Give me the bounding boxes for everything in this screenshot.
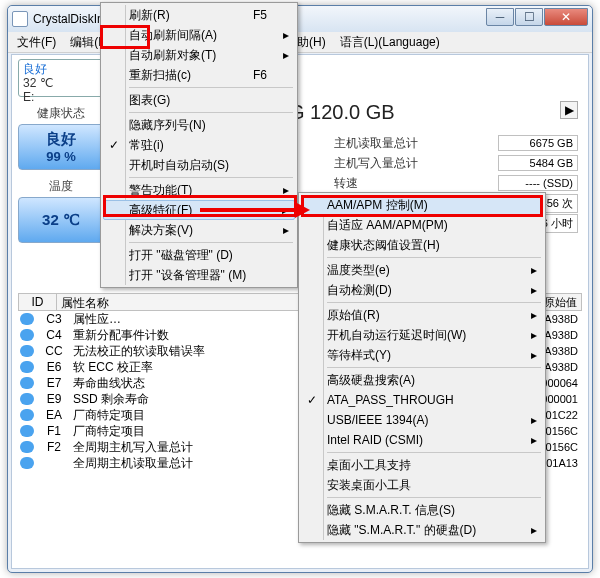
mi-devmgr[interactable]: 打开 "设备管理器" (M) <box>103 265 295 285</box>
menubar: 文件(F) 编辑(E) 功能(u) 主题(T) 硬盘(D) 帮助(H) 语言(L… <box>8 32 592 53</box>
mi-graph[interactable]: 图表(G) <box>103 90 295 110</box>
smi-raw[interactable]: 原始值(R)▸ <box>301 305 543 325</box>
smi-installgadget[interactable]: 安装桌面小工具 <box>301 475 543 495</box>
chevron-right-icon: ▸ <box>283 28 289 42</box>
chevron-right-icon: ▸ <box>283 183 289 197</box>
health-label: 健康状态 <box>18 105 104 122</box>
status-dot-icon <box>20 441 34 453</box>
disk-tab[interactable]: 良好 32 ℃ E: <box>18 59 104 97</box>
chevron-right-icon: ▸ <box>531 328 537 342</box>
smi-aam[interactable]: AAM/APM 控制(M) <box>301 195 543 215</box>
chevron-right-icon: ▸ <box>531 413 537 427</box>
mi-auto-target[interactable]: 自动刷新对象(T)▸ <box>103 45 295 65</box>
chevron-right-icon: ▸ <box>282 203 288 217</box>
status-dot-icon <box>20 377 34 389</box>
function-menu: 刷新(R)F5 自动刷新间隔(A)▸ 自动刷新对象(T)▸ 重新扫描(c)F6 … <box>100 2 298 288</box>
status-dot-icon <box>20 457 34 469</box>
chevron-right-icon: ▸ <box>531 523 537 537</box>
smi-delaystart[interactable]: 开机自动运行延迟时间(W)▸ <box>301 325 543 345</box>
status-dot-icon <box>20 345 34 357</box>
disk-tab-drive: E: <box>23 90 99 104</box>
status-dot-icon <box>20 425 34 437</box>
smi-advsearch[interactable]: 高级硬盘搜索(A) <box>301 370 543 390</box>
stat-rpm: ---- (SSD) <box>498 175 578 191</box>
smi-hidedisk[interactable]: 隐藏 "S.M.A.R.T." 的硬盘(D)▸ <box>301 520 543 540</box>
status-dot-icon <box>20 409 34 421</box>
chevron-right-icon: ▸ <box>531 348 537 362</box>
chevron-right-icon: ▸ <box>531 308 537 322</box>
check-icon: ✓ <box>109 138 119 152</box>
chevron-right-icon: ▸ <box>283 48 289 62</box>
mi-startup[interactable]: 开机时自动启动(S) <box>103 155 295 175</box>
status-dot-icon <box>20 393 34 405</box>
chevron-right-icon: ▸ <box>283 223 289 237</box>
status-dot-icon <box>20 313 34 325</box>
smi-hidesmart[interactable]: 隐藏 S.M.A.R.T. 信息(S) <box>301 500 543 520</box>
chevron-right-icon: ▸ <box>531 263 537 277</box>
col-id[interactable]: ID <box>19 294 57 310</box>
close-button[interactable]: ✕ <box>544 8 588 26</box>
menu-language[interactable]: 语言(L)(Language) <box>333 32 447 53</box>
advanced-submenu: AAM/APM 控制(M) 自适应 AAM/APM(PM) 健康状态阈值设置(H… <box>298 192 546 543</box>
temp-gauge: 32 ℃ <box>18 197 104 243</box>
disk-tab-temp: 32 ℃ <box>23 76 99 90</box>
window-titlebar[interactable]: CrystalDiskInfo ─ ☐ ✕ <box>8 6 592 32</box>
status-dot-icon <box>20 361 34 373</box>
mi-refresh[interactable]: 刷新(R)F5 <box>103 5 295 25</box>
smi-temptype[interactable]: 温度类型(e)▸ <box>301 260 543 280</box>
mi-hide-serial[interactable]: 隐藏序列号(N) <box>103 115 295 135</box>
smi-gadget[interactable]: 桌面小工具支持 <box>301 455 543 475</box>
smi-usb[interactable]: USB/IEEE 1394(A)▸ <box>301 410 543 430</box>
smi-intel[interactable]: Intel RAID (CSMI)▸ <box>301 430 543 450</box>
maximize-button[interactable]: ☐ <box>515 8 543 26</box>
temp-label: 温度 <box>18 178 104 195</box>
check-icon: ✓ <box>307 393 317 407</box>
smi-atapass[interactable]: ✓ATA_PASS_THROUGH <box>301 390 543 410</box>
smi-autoaam[interactable]: 自适应 AAM/APM(PM) <box>301 215 543 235</box>
smi-healthset[interactable]: 健康状态阈值设置(H) <box>301 235 543 255</box>
menu-file[interactable]: 文件(F) <box>10 32 63 53</box>
next-disk-button[interactable]: ▶ <box>560 101 578 119</box>
mi-auto-interval[interactable]: 自动刷新间隔(A)▸ <box>103 25 295 45</box>
disk-tab-status: 良好 <box>23 62 99 76</box>
stat-total-write: 5484 GB <box>498 155 578 171</box>
chevron-right-icon: ▸ <box>531 433 537 447</box>
mi-resident[interactable]: ✓常驻(i) <box>103 135 295 155</box>
mi-advanced[interactable]: 高级特征(F)▸ <box>103 200 295 220</box>
mi-alert[interactable]: 警告功能(T)▸ <box>103 180 295 200</box>
app-icon <box>12 11 28 27</box>
status-dot-icon <box>20 329 34 341</box>
minimize-button[interactable]: ─ <box>486 8 514 26</box>
mi-rescan[interactable]: 重新扫描(c)F6 <box>103 65 295 85</box>
smi-autodetect[interactable]: 自动检测(D)▸ <box>301 280 543 300</box>
health-gauge: 良好 99 % <box>18 124 104 170</box>
mi-diskmgr[interactable]: 打开 "磁盘管理" (D) <box>103 245 295 265</box>
smi-waitstyle[interactable]: 等待样式(Y)▸ <box>301 345 543 365</box>
chevron-right-icon: ▸ <box>531 283 537 297</box>
mi-tips[interactable]: 解决方案(V)▸ <box>103 220 295 240</box>
stat-total-read: 6675 GB <box>498 135 578 151</box>
